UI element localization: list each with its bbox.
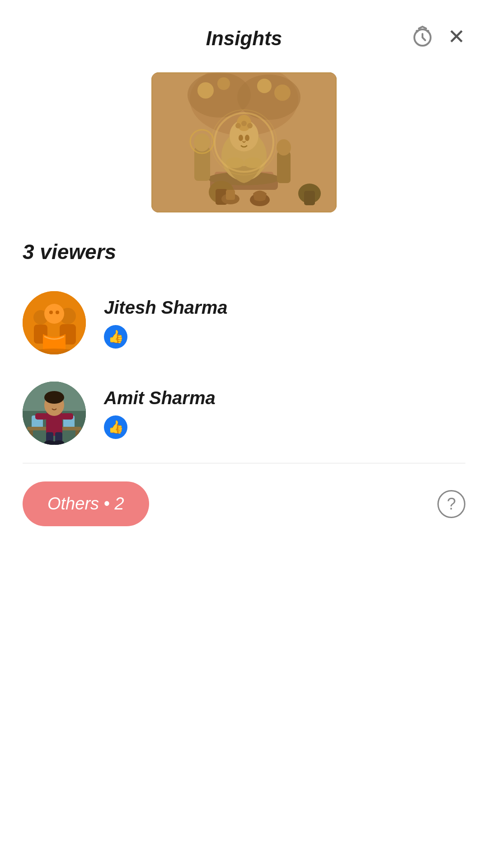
- svg-point-7: [197, 82, 214, 99]
- viewer-info: Amit Sharma 👍: [104, 388, 216, 439]
- svg-rect-62: [35, 413, 47, 420]
- svg-point-25: [194, 133, 210, 151]
- viewers-section: 3 viewers: [0, 240, 488, 463]
- like-reaction: 👍: [104, 415, 127, 439]
- avatar: [23, 382, 86, 445]
- svg-rect-32: [304, 191, 315, 205]
- viewers-count: 3 viewers: [23, 240, 465, 264]
- post-image-svg: [151, 72, 337, 212]
- avatar: [23, 291, 86, 354]
- help-button[interactable]: ?: [437, 490, 465, 518]
- svg-rect-63: [61, 413, 73, 420]
- svg-point-28: [277, 139, 291, 156]
- svg-point-45: [49, 311, 53, 314]
- svg-point-19: [247, 123, 253, 128]
- section-divider: [23, 463, 465, 463]
- viewer-info: Jitesh Sharma 👍: [104, 297, 227, 349]
- viewer-name: Jitesh Sharma: [104, 297, 227, 318]
- others-row: Others • 2 ?: [0, 472, 488, 535]
- svg-point-20: [239, 135, 243, 141]
- svg-point-59: [44, 391, 64, 404]
- header-actions: ✕: [411, 25, 465, 48]
- viewer-item: Amit Sharma 👍: [23, 373, 465, 454]
- timer-icon[interactable]: [411, 25, 434, 48]
- svg-point-18: [241, 121, 247, 126]
- svg-rect-55: [29, 430, 33, 442]
- post-image-container: [0, 63, 488, 240]
- svg-point-9: [257, 79, 272, 93]
- viewer-item: Jitesh Sharma 👍: [23, 282, 465, 363]
- post-image: [151, 72, 337, 212]
- svg-rect-27: [277, 151, 291, 183]
- svg-rect-56: [75, 430, 79, 442]
- like-reaction: 👍: [104, 325, 127, 349]
- svg-point-44: [44, 304, 64, 324]
- svg-rect-34: [226, 190, 235, 200]
- viewer-name: Amit Sharma: [104, 388, 216, 408]
- svg-point-10: [274, 85, 291, 101]
- others-label: Others • 2: [47, 494, 124, 514]
- svg-point-8: [217, 77, 230, 90]
- insights-header: Insights ✕: [0, 0, 488, 63]
- svg-point-46: [56, 311, 59, 314]
- svg-point-17: [235, 123, 241, 128]
- others-pill[interactable]: Others • 2: [23, 481, 149, 526]
- page-title: Insights: [206, 27, 282, 50]
- close-button[interactable]: ✕: [448, 26, 465, 47]
- svg-point-2: [416, 30, 418, 33]
- svg-point-1: [427, 30, 429, 33]
- svg-point-21: [245, 135, 249, 141]
